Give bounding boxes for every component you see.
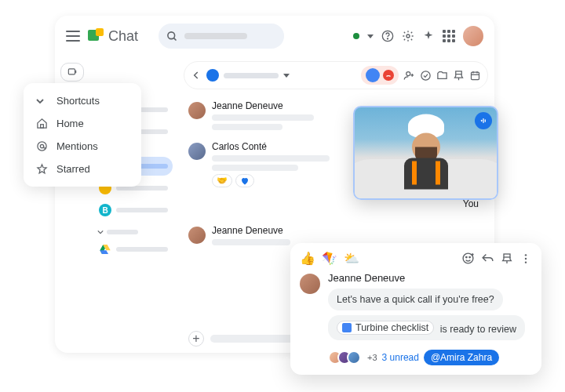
- sender-avatar[interactable]: [300, 274, 320, 294]
- reaction-handshake[interactable]: 🤝: [212, 174, 232, 187]
- svg-rect-14: [41, 125, 44, 128]
- files-icon[interactable]: [436, 70, 448, 82]
- account-avatar[interactable]: [463, 26, 483, 46]
- pin-icon[interactable]: [453, 70, 465, 82]
- thread-footer: +3 3 unread @Amira Zahra: [328, 350, 532, 365]
- svg-point-4: [406, 34, 410, 38]
- chat-logo-icon: [88, 28, 104, 44]
- emoji-picker-icon[interactable]: [461, 252, 475, 265]
- hangup-icon[interactable]: [383, 70, 394, 81]
- message-bubble: Let's have a quick call if you're free?: [328, 289, 503, 310]
- back-arrow-icon[interactable]: [191, 70, 202, 81]
- thread-preview-card: 👍 🪁 ⛅ Jeanne Deneuve Let's have a quick …: [290, 243, 541, 375]
- docs-icon: [342, 323, 352, 332]
- new-chat-button[interactable]: [60, 63, 84, 82]
- more-icon[interactable]: [519, 252, 532, 265]
- reply-icon[interactable]: [481, 252, 494, 265]
- svg-point-27: [525, 257, 527, 259]
- search-icon: [166, 31, 178, 42]
- globe-icon: [206, 69, 219, 82]
- sender-avatar[interactable]: [188, 227, 206, 244]
- reaction-kite[interactable]: 🪁: [322, 251, 337, 266]
- member-add-icon[interactable]: [403, 70, 415, 82]
- svg-rect-18: [483, 118, 483, 123]
- add-attachment-button[interactable]: +: [188, 331, 204, 347]
- calendar-icon[interactable]: [469, 70, 481, 82]
- app-header: Chat: [55, 16, 494, 56]
- space-dropdown[interactable]: [283, 74, 290, 78]
- space-item[interactable]: B: [94, 201, 173, 220]
- sparkle-icon[interactable]: [422, 30, 435, 42]
- sender-avatar[interactable]: [188, 143, 206, 160]
- search-input[interactable]: [159, 24, 284, 49]
- svg-rect-10: [472, 72, 479, 79]
- you-label: You: [463, 198, 479, 209]
- sender-name: Jeanne Deneuve: [212, 225, 483, 236]
- reaction-heart[interactable]: [235, 174, 254, 187]
- star-icon: [36, 163, 49, 175]
- shortcuts-header[interactable]: Shortcuts: [30, 89, 135, 112]
- svg-rect-25: [504, 254, 510, 257]
- shortcuts-popover: Shortcuts Home Mentions Starred: [24, 83, 141, 187]
- message-bubble: Turbine checklist is ready to review: [328, 315, 525, 340]
- sender-avatar[interactable]: [188, 102, 206, 119]
- svg-rect-17: [481, 120, 482, 122]
- menu-icon[interactable]: [66, 31, 80, 42]
- video-call-pip[interactable]: [353, 106, 498, 200]
- chevron-down-icon: [36, 97, 49, 105]
- svg-point-26: [525, 254, 527, 256]
- tasks-icon[interactable]: [420, 70, 432, 82]
- svg-point-8: [421, 71, 430, 79]
- presence-available-icon[interactable]: [353, 33, 359, 39]
- shortcut-mentions[interactable]: Mentions: [30, 135, 135, 158]
- reaction-thumbsup[interactable]: 👍: [300, 251, 315, 266]
- mention-chip[interactable]: @Amira Zahra: [424, 350, 499, 365]
- extra-participants[interactable]: +3: [367, 353, 377, 362]
- svg-point-16: [40, 144, 43, 147]
- reaction-sun[interactable]: ⛅: [344, 251, 359, 266]
- svg-line-1: [173, 38, 176, 40]
- doc-chip[interactable]: Turbine checklist: [337, 321, 434, 335]
- apps-grid-icon[interactable]: [443, 30, 455, 42]
- svg-point-15: [38, 142, 46, 151]
- svg-point-3: [387, 38, 388, 39]
- home-icon: [36, 118, 49, 129]
- caller-avatar: [366, 68, 380, 82]
- sender-name: Jeanne Deneuve: [328, 272, 532, 284]
- reaction-toolbar: 👍 🪁 ⛅: [300, 251, 532, 266]
- mic-active-icon[interactable]: [475, 112, 492, 129]
- svg-point-7: [406, 71, 410, 75]
- svg-rect-5: [68, 69, 75, 74]
- section-toggle[interactable]: [94, 227, 173, 237]
- active-call-chip[interactable]: [361, 66, 399, 85]
- svg-point-21: [466, 256, 467, 257]
- svg-point-0: [168, 31, 175, 38]
- pin-icon[interactable]: [501, 252, 513, 265]
- participant-stack[interactable]: [328, 350, 361, 365]
- shortcut-starred[interactable]: Starred: [30, 158, 135, 180]
- app-item-drive[interactable]: [94, 240, 173, 259]
- svg-point-22: [469, 256, 470, 257]
- space-name[interactable]: [224, 73, 279, 78]
- svg-rect-9: [456, 71, 462, 74]
- help-icon[interactable]: [381, 30, 394, 42]
- unread-link[interactable]: 3 unread: [382, 352, 419, 363]
- conversation-header: [184, 61, 488, 89]
- status-dropdown[interactable]: [367, 34, 374, 38]
- svg-rect-19: [485, 119, 486, 122]
- settings-gear-icon[interactable]: [402, 30, 414, 42]
- shortcut-home[interactable]: Home: [30, 112, 135, 135]
- header-actions: [353, 26, 483, 46]
- svg-point-28: [525, 261, 527, 263]
- app-title: Chat: [108, 28, 138, 45]
- app-logo: Chat: [88, 28, 138, 45]
- at-icon: [36, 140, 49, 152]
- drive-icon: [99, 243, 111, 256]
